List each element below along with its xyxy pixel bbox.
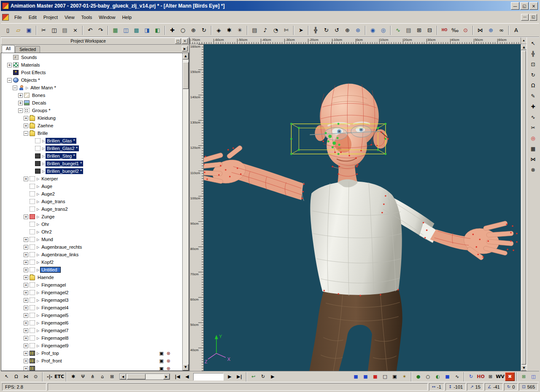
tree-item-label[interactable]: Auge2 bbox=[40, 191, 56, 197]
tree-item[interactable]: − ▷ Alter Mann * ▣⊗ bbox=[1, 84, 182, 91]
tree-expander[interactable]: + bbox=[24, 344, 28, 348]
bias-button[interactable]: ‰ bbox=[450, 25, 460, 35]
menu-item[interactable]: Help bbox=[119, 13, 135, 22]
tree-expander[interactable]: + bbox=[24, 321, 28, 325]
zoom-fit-button[interactable]: ⊕ bbox=[188, 25, 199, 35]
tree-expander[interactable]: + bbox=[24, 177, 28, 181]
library3-button[interactable]: ◎ bbox=[378, 25, 389, 35]
tree-item-label[interactable]: Decals bbox=[31, 100, 48, 106]
pivot-button[interactable]: ⊙ bbox=[460, 25, 471, 35]
scroll-thumb[interactable] bbox=[127, 374, 146, 379]
rotate-widget-button[interactable]: ↻ bbox=[466, 372, 476, 381]
magnet-mode-button[interactable]: Ω bbox=[11, 372, 21, 381]
insert-mode-button[interactable]: -|- bbox=[45, 372, 54, 381]
tree-item-label[interactable]: Brillen_buegel1 * bbox=[46, 161, 83, 166]
tree-item-label[interactable]: Koerper bbox=[40, 176, 59, 182]
library-button[interactable]: ▦ bbox=[110, 25, 121, 35]
tree-expander[interactable]: + bbox=[24, 260, 28, 265]
light-view-button[interactable]: ✶ bbox=[400, 372, 409, 381]
add-tool[interactable]: ✚ bbox=[528, 102, 538, 111]
tree-expander[interactable]: + bbox=[24, 275, 28, 280]
ho-toggle-button[interactable]: HO bbox=[476, 372, 486, 381]
tree-item[interactable]: + ▷ Decals ▣⊗ bbox=[1, 99, 182, 107]
undo-button[interactable]: ↶ bbox=[85, 25, 95, 35]
child-minimize-button[interactable]: — bbox=[521, 14, 529, 21]
tree-item[interactable]: ▷ Auge ▣⊗ bbox=[1, 183, 182, 190]
tree-item-label[interactable]: Kopf2 bbox=[40, 259, 55, 265]
tree-item[interactable]: − ▷ Objects * ▣⊗ bbox=[1, 76, 182, 84]
mirror-tool[interactable]: ⋈ bbox=[528, 154, 538, 164]
menu-item[interactable]: View bbox=[61, 13, 78, 22]
tree-expander[interactable]: + bbox=[24, 215, 28, 219]
loop-button[interactable]: ↻ bbox=[258, 372, 268, 381]
menu-item[interactable]: Edit bbox=[25, 13, 40, 22]
tree-item-label[interactable]: Fingernagel7 bbox=[40, 328, 70, 333]
tree-item-label[interactable]: Auge_trans2 bbox=[40, 206, 69, 212]
tree-item-label[interactable]: Brillen_Glas * bbox=[46, 138, 76, 144]
tree-item[interactable]: ▷ Brillen_buegel2 * ▣⊗ bbox=[1, 167, 182, 175]
select-mode-button[interactable]: ↖ bbox=[2, 372, 11, 381]
document-icon[interactable] bbox=[2, 14, 9, 21]
tree-item-label[interactable]: Fingernagel5 bbox=[40, 312, 70, 318]
viewport-vertical-scrollbar[interactable]: ▲ ▼ bbox=[521, 44, 526, 371]
library2-button[interactable]: ◉ bbox=[367, 25, 378, 35]
wireframe-mode-button[interactable]: ○ bbox=[423, 372, 433, 381]
tree-item[interactable]: ▷ Ohr ▣⊗ bbox=[1, 220, 182, 228]
menu-item[interactable]: Tools bbox=[78, 13, 96, 22]
tree-item-label[interactable]: Prof_front bbox=[40, 358, 63, 364]
tree-item[interactable]: + ▷ Kleidung ▣⊗ bbox=[1, 114, 182, 122]
ruler-corner[interactable]: ▲ bbox=[521, 38, 526, 44]
tree-item-label[interactable]: Zaehne bbox=[36, 123, 54, 129]
scroll-right-button[interactable]: ▶ bbox=[163, 374, 170, 379]
progressive-button[interactable]: ◔ bbox=[270, 25, 281, 35]
tree-item-label[interactable]: Alter Mann * bbox=[29, 85, 57, 91]
tree-item[interactable]: + ▷ Augenbraue_links ▣⊗ bbox=[1, 251, 182, 258]
tree-expander[interactable]: + bbox=[24, 336, 28, 341]
menu-item[interactable]: File bbox=[11, 13, 25, 22]
tree-item-label[interactable]: Ohr bbox=[40, 221, 50, 227]
tree-horizontal-scrollbar[interactable]: ◀ ▶ bbox=[119, 373, 170, 380]
scroll-thumb[interactable] bbox=[521, 51, 526, 365]
next-frame-button[interactable]: ▶ bbox=[225, 372, 235, 381]
tree-expander[interactable]: + bbox=[24, 351, 28, 356]
tree-expander[interactable]: − bbox=[24, 131, 28, 136]
split-button[interactable]: ✄ bbox=[281, 25, 292, 35]
tree-expander[interactable]: − bbox=[13, 86, 17, 90]
camera-view-button[interactable]: ▣ bbox=[390, 372, 400, 381]
tree-item[interactable]: + ▷ Zunge ▣⊗ bbox=[1, 213, 182, 220]
tree-item-label[interactable]: Fingernagel2 bbox=[40, 290, 70, 295]
tree-item[interactable]: ▷ Ohr2 ▣⊗ bbox=[1, 228, 182, 236]
frame-field[interactable] bbox=[193, 373, 224, 381]
scroll-thumb[interactable] bbox=[183, 62, 189, 89]
tree-expander[interactable]: − bbox=[18, 108, 23, 113]
extra-grid-button[interactable]: ⊞ bbox=[519, 372, 529, 381]
rotoscope-view-icon[interactable]: ▣ bbox=[159, 351, 163, 356]
tree-expander[interactable]: + bbox=[18, 93, 23, 98]
shaded-wire-mode-button[interactable]: ◐ bbox=[433, 372, 443, 381]
paste-button[interactable]: ▤ bbox=[59, 25, 70, 35]
tree-item[interactable]: ▷ Brillen_buegel1 * ▣⊗ bbox=[1, 160, 182, 167]
tree-item[interactable]: + ▷ Haende ▣⊗ bbox=[1, 274, 182, 281]
curve-tool[interactable]: ∿ bbox=[528, 112, 538, 122]
tree-item-label[interactable]: Brillen_buegel2 * bbox=[46, 168, 83, 174]
capture-button[interactable]: ▩ bbox=[131, 25, 142, 35]
tree-vertical-scrollbar[interactable]: ▲ ▼ bbox=[182, 53, 189, 371]
tree-item-label[interactable]: Materials bbox=[20, 62, 41, 68]
tree-expander[interactable]: + bbox=[24, 237, 28, 242]
tree-item-label[interactable]: Ohr2 bbox=[40, 229, 53, 235]
child-restore-button[interactable]: ◱ bbox=[529, 14, 537, 21]
rotoscope-disable-icon[interactable]: ⊗ bbox=[167, 351, 170, 356]
graph-button[interactable]: ∿ bbox=[393, 25, 403, 35]
copy-button[interactable]: ◫ bbox=[49, 25, 59, 35]
tree-item-label[interactable]: Fingernagel4 bbox=[40, 305, 70, 311]
tree-item-label[interactable]: Fingernagel9 bbox=[40, 343, 70, 349]
tree-item-label[interactable]: Brillen_Steg * bbox=[46, 153, 76, 159]
tree-item-label[interactable]: Objects * bbox=[20, 77, 41, 83]
tree-item[interactable]: + ▷ Fingernagel ▣⊗ bbox=[1, 281, 182, 289]
tree-item-label[interactable]: Auge_trans bbox=[40, 199, 66, 204]
workspace-tab[interactable]: Selected bbox=[15, 46, 40, 53]
rotoscope-disable-icon[interactable]: ⊗ bbox=[167, 358, 170, 364]
save-button[interactable]: ▣ bbox=[24, 25, 34, 35]
curves-toggle-button[interactable]: ∿ bbox=[452, 372, 462, 381]
arrow-button[interactable]: ➤ bbox=[296, 25, 306, 35]
